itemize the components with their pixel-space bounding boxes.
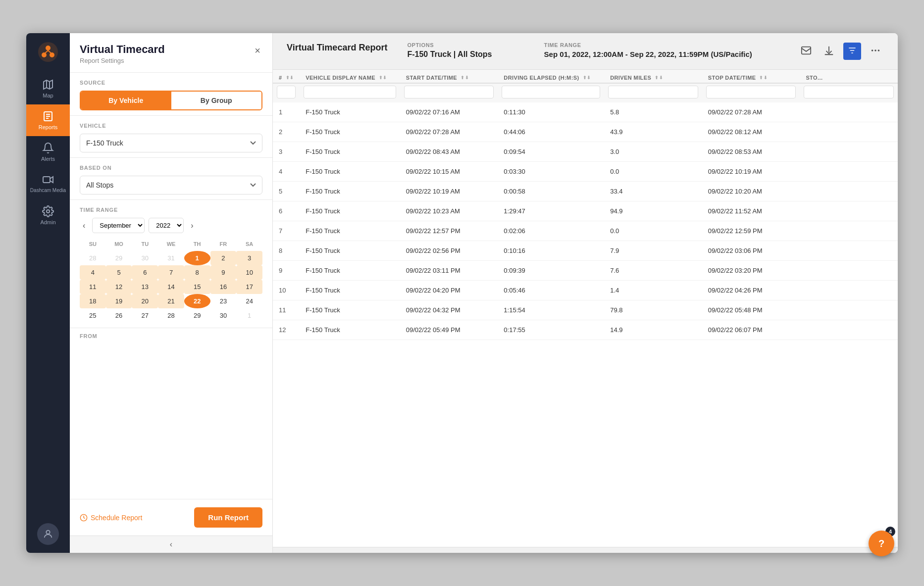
- next-month-button[interactable]: ›: [188, 219, 196, 232]
- report-header: Virtual Timecard Report OPTIONS F-150 Tr…: [273, 33, 898, 70]
- report-table: # ⬆⬇ VEHICLE DISPLAY NAME ⬆⬇: [273, 70, 898, 340]
- email-icon: [801, 45, 812, 56]
- app-logo[interactable]: [35, 39, 61, 65]
- cell-elapsed: 0:11:30: [498, 102, 604, 122]
- cal-cell-12[interactable]: 12: [106, 280, 132, 294]
- cal-cell-10[interactable]: 10: [236, 265, 262, 280]
- cal-cell-25[interactable]: 25: [80, 308, 106, 323]
- by-vehicle-button[interactable]: By Vehicle: [81, 92, 171, 109]
- collapse-panel-button[interactable]: ‹: [70, 536, 272, 553]
- cell-sto: [800, 300, 898, 320]
- cal-day-mo: MO: [106, 239, 132, 249]
- filter-cell-elapsed: [498, 83, 604, 102]
- user-avatar[interactable]: [37, 523, 59, 545]
- col-header-stop-date[interactable]: STOP DATE/TIME ⬆⬇: [702, 70, 800, 83]
- cell-num: 8: [273, 241, 300, 261]
- filter-input-start[interactable]: [404, 86, 494, 98]
- schedule-report-button[interactable]: Schedule Report: [80, 514, 142, 522]
- cell-sto: [800, 102, 898, 122]
- cal-day-tu: TU: [132, 239, 158, 249]
- col-header-sto[interactable]: STO...: [800, 70, 898, 83]
- by-group-button[interactable]: By Group: [171, 92, 262, 109]
- cal-cell-8[interactable]: 8: [184, 265, 210, 280]
- cell-start: 09/02/22 10:15 AM: [400, 162, 498, 182]
- cal-cell-1[interactable]: 1: [184, 251, 210, 265]
- filter-input-stop[interactable]: [706, 86, 796, 98]
- sidebar-item-admin[interactable]: Admin: [26, 199, 70, 231]
- col-header-driving-elapsed[interactable]: DRIVING ELAPSED (H:M:S) ⬆⬇: [498, 70, 604, 83]
- cal-cell[interactable]: 30: [132, 251, 158, 265]
- cal-cell-11[interactable]: 11: [80, 280, 106, 294]
- col-header-num[interactable]: # ⬆⬇: [273, 70, 300, 83]
- vehicle-select[interactable]: F-150 Truck: [80, 134, 262, 152]
- table-row: 9 F-150 Truck 09/02/22 03:11 PM 0:09:39 …: [273, 261, 898, 281]
- filter-input-num[interactable]: [277, 86, 296, 98]
- cal-cell-5[interactable]: 5: [106, 265, 132, 280]
- year-select[interactable]: 2022: [149, 218, 184, 233]
- cell-vehicle: F-150 Truck: [300, 201, 400, 221]
- cal-cell-2[interactable]: 2: [210, 251, 237, 265]
- cell-stop: 09/02/22 03:06 PM: [702, 241, 800, 261]
- cal-cell-15[interactable]: 15: [184, 280, 210, 294]
- cal-cell-28[interactable]: 28: [158, 308, 184, 323]
- cal-cell-18[interactable]: 18: [80, 294, 106, 308]
- prev-month-button[interactable]: ‹: [80, 219, 88, 232]
- cal-cell-6[interactable]: 6: [132, 265, 158, 280]
- help-button[interactable]: ?: [869, 531, 894, 556]
- cal-cell-19[interactable]: 19: [106, 294, 132, 308]
- cal-cell-next1[interactable]: 1: [236, 308, 262, 323]
- cell-num: 6: [273, 201, 300, 221]
- report-actions: [798, 42, 884, 60]
- cal-cell-3[interactable]: 3: [236, 251, 262, 265]
- sidebar-item-map[interactable]: Map: [26, 73, 70, 104]
- cal-cell-21[interactable]: 21: [158, 294, 184, 308]
- filter-input-elapsed[interactable]: [502, 86, 600, 98]
- month-select[interactable]: September: [92, 218, 145, 233]
- filter-cell-stop: [702, 83, 800, 102]
- cal-cell-24[interactable]: 24: [236, 294, 262, 308]
- filter-input-vehicle[interactable]: [304, 86, 396, 98]
- cell-vehicle: F-150 Truck: [300, 182, 400, 201]
- time-range-label: TIME RANGE: [80, 207, 262, 213]
- report-options-value: F-150 Truck | All Stops: [407, 50, 524, 59]
- cal-cell-13[interactable]: 13: [132, 280, 158, 294]
- cal-cell[interactable]: 28: [80, 251, 106, 265]
- col-header-start[interactable]: START DATE/TIME ⬆⬇: [400, 70, 498, 83]
- cal-cell-26[interactable]: 26: [106, 308, 132, 323]
- sidebar-item-reports[interactable]: Reports: [26, 104, 70, 136]
- table-row: 4 F-150 Truck 09/02/22 10:15 AM 0:03:30 …: [273, 162, 898, 182]
- cal-cell-7[interactable]: 7: [158, 265, 184, 280]
- sidebar-item-dashcam[interactable]: Dashcam Media: [26, 168, 70, 199]
- cal-cell-20[interactable]: 20: [132, 294, 158, 308]
- cal-cell-29[interactable]: 29: [184, 308, 210, 323]
- cal-cell-30[interactable]: 30: [210, 308, 237, 323]
- cal-cell-22[interactable]: 22: [184, 294, 210, 308]
- calendar-week-1: 28 29 30 31 1 2 3: [80, 251, 262, 265]
- based-on-select[interactable]: All Stops: [80, 176, 262, 195]
- cal-cell-17[interactable]: 17: [236, 280, 262, 294]
- email-report-button[interactable]: [798, 42, 815, 60]
- run-report-button[interactable]: Run Report: [194, 507, 262, 528]
- col-header-vehicle[interactable]: VEHICLE DISPLAY NAME ⬆⬇: [300, 70, 400, 83]
- filter-input-sto[interactable]: [804, 86, 894, 98]
- cal-cell-4[interactable]: 4: [80, 265, 106, 280]
- cal-cell-14[interactable]: 14: [158, 280, 184, 294]
- cal-cell-9[interactable]: 9: [210, 265, 237, 280]
- cell-start: 09/02/22 04:32 PM: [400, 300, 498, 320]
- cal-cell-16[interactable]: 16: [210, 280, 237, 294]
- more-options-button[interactable]: [867, 42, 884, 60]
- cal-cell[interactable]: 29: [106, 251, 132, 265]
- cell-start: 09/02/22 05:49 PM: [400, 320, 498, 340]
- filter-input-miles[interactable]: [608, 86, 698, 98]
- horizontal-scrollbar[interactable]: [273, 547, 898, 553]
- close-button[interactable]: ×: [253, 43, 262, 58]
- col-header-driven-miles[interactable]: DRIVEN MILES ⬆⬇: [604, 70, 702, 83]
- cal-cell[interactable]: 31: [158, 251, 184, 265]
- svg-point-22: [878, 49, 880, 51]
- download-report-button[interactable]: [821, 42, 837, 60]
- filter-report-button[interactable]: [843, 43, 861, 60]
- cal-cell-27[interactable]: 27: [132, 308, 158, 323]
- sidebar-item-alerts[interactable]: Alerts: [26, 136, 70, 168]
- report-time-block: TIME RANGE Sep 01, 2022, 12:00AM - Sep 2…: [544, 42, 778, 58]
- cal-cell-23[interactable]: 23: [210, 294, 237, 308]
